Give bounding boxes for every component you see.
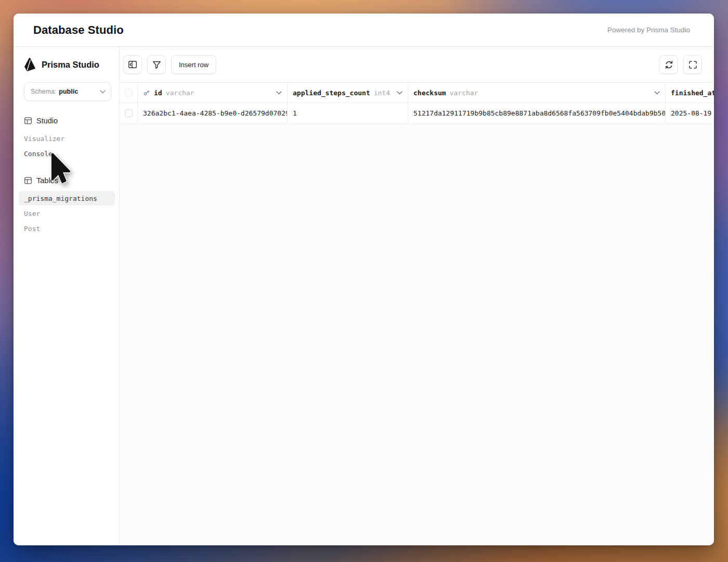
cell-finished_at[interactable]: 2025-08-19	[666, 103, 714, 123]
column-type: varchar	[450, 89, 478, 97]
fullscreen-button[interactable]	[683, 55, 702, 74]
page-title: Database Studio	[33, 23, 124, 37]
column-header-applied_steps_count[interactable]: applied_steps_countint4	[288, 83, 408, 103]
prisma-logo-icon	[24, 57, 36, 72]
column-type: varchar	[166, 89, 194, 97]
row-checkbox[interactable]	[125, 109, 133, 117]
table-grid-icon	[24, 117, 32, 125]
app-body: Prisma Studio Schema: public StudioVisua…	[14, 47, 714, 545]
column-name: id	[154, 89, 162, 97]
sidebar-item-post[interactable]: Post	[19, 221, 115, 236]
main-panel: Insert row idvarcharapplied_steps_counti…	[120, 47, 714, 545]
column-name: applied_steps_count	[293, 89, 370, 97]
cell-id[interactable]: 326a2bc1-4aea-4285-b9e0-d26579d07029	[138, 103, 288, 123]
column-header-id[interactable]: idvarchar	[138, 83, 288, 103]
schema-value: public	[59, 88, 78, 95]
sidebar-section-tables: Tables_prisma_migrationsUserPost	[19, 176, 115, 236]
table-row: 326a2bc1-4aea-4285-b9e0-d26579d070291512…	[120, 103, 714, 124]
column-name: checksum	[413, 89, 446, 97]
filter-button[interactable]	[147, 55, 166, 74]
chevron-down-icon	[100, 90, 106, 94]
data-grid: idvarcharapplied_steps_countint4checksum…	[120, 82, 714, 124]
brand-label: Prisma Studio	[42, 60, 99, 70]
toolbar: Insert row	[120, 47, 714, 82]
powered-by-label: Powered by Prisma Studio	[607, 26, 690, 34]
sidebar-sections: StudioVisualizerConsoleTables_prisma_mig…	[19, 117, 115, 236]
table-header-row: idvarcharapplied_steps_countint4checksum…	[120, 82, 714, 103]
column-type: int4	[374, 89, 390, 97]
panel-left-collapse-icon	[128, 60, 137, 69]
chevron-down-icon	[397, 91, 402, 95]
row-select-cell[interactable]	[120, 103, 138, 123]
schema-label: Schema:	[31, 88, 56, 95]
column-header-finished_at[interactable]: finished_at	[666, 83, 714, 103]
column-header-checksum[interactable]: checksumvarchar	[408, 83, 666, 103]
primary-key-icon	[143, 89, 150, 96]
schema-select[interactable]: Schema: public	[24, 82, 111, 101]
insert-row-button[interactable]: Insert row	[171, 55, 216, 74]
select-all-cell[interactable]	[120, 83, 138, 103]
sidebar-section-studio: StudioVisualizerConsole	[19, 117, 115, 161]
app-window: Database Studio Powered by Prisma Studio…	[14, 14, 714, 545]
grid-empty-area	[120, 124, 714, 545]
refresh-button[interactable]	[659, 55, 678, 74]
chevron-down-icon	[276, 91, 282, 95]
desktop-background: Database Studio Powered by Prisma Studio…	[0, 0, 728, 562]
funnel-icon	[152, 60, 161, 69]
sidebar-item-user[interactable]: User	[19, 206, 115, 221]
section-label: Studio	[36, 117, 58, 125]
refresh-icon	[665, 60, 673, 69]
table-grid-icon	[24, 176, 32, 185]
sidebar: Prisma Studio Schema: public StudioVisua…	[14, 47, 120, 545]
sidebar-item-console[interactable]: Console	[19, 146, 115, 161]
chevron-down-icon	[654, 91, 660, 95]
toggle-sidebar-button[interactable]	[123, 55, 142, 74]
cell-checksum[interactable]: 51217da12911719b9b85cb89e8871aba8d6568fa…	[408, 103, 666, 123]
cell-applied_steps_count[interactable]: 1	[288, 103, 408, 123]
section-header-tables: Tables	[24, 176, 115, 185]
titlebar: Database Studio Powered by Prisma Studio	[14, 14, 714, 47]
select-all-checkbox[interactable]	[125, 89, 133, 97]
section-header-studio: Studio	[24, 117, 115, 125]
data-grid-inner: idvarcharapplied_steps_countint4checksum…	[120, 82, 714, 124]
brand: Prisma Studio	[24, 57, 115, 72]
sidebar-item-visualizer[interactable]: Visualizer	[19, 131, 115, 146]
section-label: Tables	[36, 176, 58, 185]
fullscreen-icon	[688, 60, 697, 69]
sidebar-item-prisma_migrations[interactable]: _prisma_migrations	[19, 191, 115, 206]
column-name: finished_at	[671, 89, 714, 97]
